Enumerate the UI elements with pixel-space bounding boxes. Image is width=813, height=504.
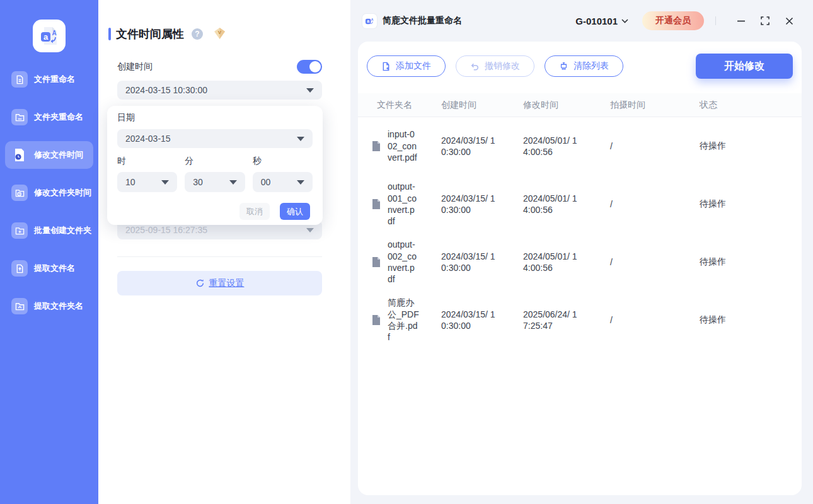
app-mini-icon: aA	[362, 14, 377, 28]
modified-time: 2024/05/01/ 14:00:56	[523, 251, 584, 274]
sidebar-item-folder-rename[interactable]: 文件夹重命名	[5, 103, 93, 131]
file-icon	[372, 141, 381, 151]
file-icon	[372, 199, 381, 209]
sidebar-item-file-rename[interactable]: 文件重命名	[5, 66, 93, 93]
sidebar-item-label: 文件夹重命名	[34, 112, 83, 123]
reset-settings-button[interactable]: 重置设置	[117, 271, 322, 295]
created-time: 2024/03/15/ 10:30:00	[441, 251, 502, 274]
shot-time: /	[610, 199, 700, 209]
minimize-icon	[737, 16, 746, 25]
sidebar-item-label: 批量创建文件夹	[34, 225, 91, 236]
close-button[interactable]	[780, 12, 798, 30]
col-status: 状态	[700, 100, 802, 111]
maximize-icon	[761, 16, 770, 25]
sidebar-nav: 文件重命名 文件夹重命名 修改文件时间 修改文件夹时间	[0, 66, 98, 320]
add-files-button[interactable]: 添加文件	[367, 55, 446, 77]
app-logo-icon: a A	[38, 25, 60, 47]
chevron-down-icon	[161, 180, 169, 185]
minimize-button[interactable]	[732, 12, 750, 30]
titlebar: aA 简鹿文件批量重命名 G-010101 开通会员	[350, 0, 813, 42]
vip-diamond-icon: V	[213, 27, 226, 42]
panel-title: 文件时间属性 ? V	[108, 26, 226, 42]
popup-footer: 取消 确认	[117, 203, 313, 220]
file-time-icon	[11, 147, 28, 163]
version-code: G-010101	[575, 16, 618, 26]
settings-panel: 文件时间属性 ? V 创建时间 2024-03-15 10:30:00 2025…	[98, 0, 350, 504]
app-logo: a A	[33, 20, 66, 52]
reset-settings-label: 重置设置	[209, 278, 245, 289]
col-created-time: 创建时间	[441, 100, 523, 111]
folder-time-icon	[11, 185, 28, 201]
file-name: input-002_convert.pdf	[388, 129, 419, 163]
create-time-row: 创建时间	[117, 60, 322, 74]
maximize-button[interactable]	[756, 12, 774, 30]
modified-time: 2024/05/01/ 14:00:56	[523, 135, 584, 158]
workspace: aA 简鹿文件批量重命名 G-010101 开通会员	[350, 0, 813, 504]
date-value: 2024-03-15	[125, 134, 171, 144]
help-icon[interactable]: ?	[192, 28, 203, 40]
shot-time: /	[610, 315, 700, 325]
file-icon	[372, 315, 381, 325]
create-time-value: 2024-03-15 10:30:00	[125, 85, 207, 95]
modified-time: 2025/06/24/ 17:25:47	[523, 309, 584, 332]
table-row[interactable]: output-001_convert.pdf 2024/03/15/ 10:30…	[358, 175, 802, 233]
sidebar-item-modify-folder-time[interactable]: 修改文件夹时间	[5, 179, 93, 207]
sidebar-item-modify-file-time[interactable]: 修改文件时间	[5, 141, 93, 169]
cancel-button[interactable]: 取消	[239, 203, 270, 220]
create-time-label: 创建时间	[117, 61, 153, 72]
version-dropdown[interactable]: G-010101	[575, 16, 628, 26]
file-name: output-002_convert.pdf	[388, 239, 419, 285]
minute-label: 分	[185, 156, 245, 167]
undo-label: 撤销修改	[485, 60, 520, 72]
window-title: 简鹿文件批量重命名	[383, 15, 462, 26]
folder-extract-icon	[11, 298, 28, 314]
create-time-toggle[interactable]	[297, 60, 322, 74]
divider	[117, 256, 322, 257]
minute-select[interactable]: 30	[185, 172, 245, 192]
svg-text:A: A	[52, 30, 56, 37]
date-select[interactable]: 2024-03-15	[117, 129, 313, 148]
refresh-icon	[195, 278, 205, 288]
file-icon	[372, 257, 381, 267]
svg-text:a: a	[43, 32, 49, 42]
panel-title-text: 文件时间属性	[116, 26, 184, 42]
table-body: input-002_convert.pdf 2024/03/15/ 10:30:…	[358, 117, 802, 495]
created-time: 2024/03/15/ 10:30:00	[441, 309, 502, 332]
create-time-dropdown[interactable]: 2024-03-15 10:30:00	[117, 81, 322, 100]
start-modify-button[interactable]: 开始修改	[696, 54, 793, 79]
clear-list-icon	[559, 62, 568, 71]
open-vip-button[interactable]: 开通会员	[642, 11, 704, 30]
hour-select[interactable]: 10	[117, 172, 177, 192]
date-label: 日期	[117, 112, 313, 123]
clear-list-label: 清除列表	[574, 60, 609, 72]
status-badge: 待操作	[700, 314, 802, 326]
folder-create-icon	[11, 222, 28, 239]
table-row[interactable]: 简鹿办公_PDF 合并.pdf 2024/03/15/ 10:30:00 202…	[358, 291, 802, 349]
add-files-label: 添加文件	[396, 60, 431, 72]
sidebar-item-extract-foldername[interactable]: 提取文件夹名	[5, 292, 93, 320]
sidebar-item-extract-filename[interactable]: 提取文件名	[5, 255, 93, 282]
file-list-card: 添加文件 撤销修改 清除列表 开始修改 文件夹名 创建时间 修改时间 拍摄时间 …	[358, 42, 802, 495]
svg-text:A: A	[371, 17, 374, 21]
second-select[interactable]: 00	[253, 172, 313, 192]
created-time: 2024/03/15/ 10:30:00	[441, 135, 502, 158]
chevron-down-icon	[297, 180, 304, 185]
table-row[interactable]: input-002_convert.pdf 2024/03/15/ 10:30:…	[358, 117, 802, 175]
confirm-button[interactable]: 确认	[280, 203, 310, 220]
sidebar-item-label: 文件重命名	[34, 74, 75, 85]
chevron-down-icon	[306, 228, 314, 232]
chevron-down-icon	[229, 180, 237, 185]
time-selects-row: 时 10 分 30 秒 00	[117, 156, 313, 192]
undo-button[interactable]: 撤销修改	[456, 55, 534, 77]
created-time: 2024/03/15/ 10:30:00	[441, 193, 502, 216]
file-rename-icon	[11, 71, 28, 88]
table-row[interactable]: output-002_convert.pdf 2024/03/15/ 10:30…	[358, 233, 802, 291]
table-header: 文件夹名 创建时间 修改时间 拍摄时间 状态	[358, 93, 802, 117]
sidebar-item-batch-create-folder[interactable]: 批量创建文件夹	[5, 217, 93, 244]
col-shot-time: 拍摄时间	[610, 100, 700, 111]
app-window: a A 文件重命名 文件夹重命名	[0, 0, 813, 504]
status-badge: 待操作	[700, 140, 802, 152]
second-value: 00	[261, 177, 271, 187]
col-folder-name: 文件夹名	[377, 100, 441, 111]
clear-list-button[interactable]: 清除列表	[545, 55, 623, 77]
